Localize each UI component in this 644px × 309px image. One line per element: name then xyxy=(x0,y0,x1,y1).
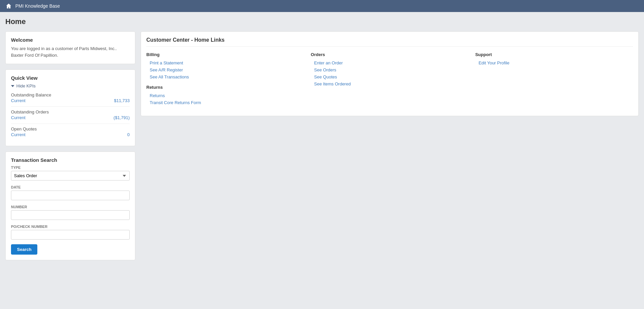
app-header: PMI Knowledge Base xyxy=(0,0,644,12)
quick-view-card: Quick View Hide KPIs Outstanding Balance… xyxy=(5,69,135,146)
number-input[interactable] xyxy=(11,210,130,220)
outstanding-orders-value: ($1,791) xyxy=(114,115,130,120)
kpi-outstanding-balance-label: Outstanding Balance xyxy=(11,92,130,97)
type-form-group: TYPE Sales Order Invoice Credit Memo Quo… xyxy=(11,166,130,181)
billing-link-2[interactable]: See All Transactions xyxy=(146,74,304,79)
orders-link-0[interactable]: Enter an Order xyxy=(311,60,468,65)
billing-link-0[interactable]: Print a Statement xyxy=(146,60,304,65)
kpi-open-quotes: Open Quotes Current 0 xyxy=(11,126,130,137)
arrow-down-icon xyxy=(11,85,14,87)
customer-center-grid: Billing Print a Statement See A/R Regist… xyxy=(146,52,633,110)
right-column: Customer Center - Home Links Billing Pri… xyxy=(141,31,639,116)
po-check-input[interactable] xyxy=(11,230,130,240)
kpi-outstanding-balance: Outstanding Balance Current $11,733 xyxy=(11,92,130,103)
support-title: Support xyxy=(475,52,633,57)
support-link-0[interactable]: Edit Your Profile xyxy=(475,60,633,65)
type-label: TYPE xyxy=(11,166,130,170)
billing-link-1[interactable]: See A/R Register xyxy=(146,67,304,72)
home-icon[interactable] xyxy=(5,3,12,9)
kpi-open-quotes-row: Current 0 xyxy=(11,132,130,137)
number-form-group: NUMBER xyxy=(11,205,130,220)
billing-section: Billing Print a Statement See A/R Regist… xyxy=(146,52,304,79)
open-quotes-link[interactable]: Current xyxy=(11,132,25,137)
returns-title: Returns xyxy=(146,85,304,90)
kpi-outstanding-orders: Outstanding Orders Current ($1,791) xyxy=(11,109,130,120)
kpi-open-quotes-label: Open Quotes xyxy=(11,126,130,131)
welcome-title: Welcome xyxy=(11,37,130,43)
cc-column-1: Billing Print a Statement See A/R Regist… xyxy=(146,52,304,110)
kpi-divider-2 xyxy=(11,123,130,124)
cc-column-2: Orders Enter an Order See Orders See Quo… xyxy=(311,52,468,110)
kpi-outstanding-orders-label: Outstanding Orders xyxy=(11,109,130,114)
date-label: DATE xyxy=(11,185,130,189)
customer-center-card: Customer Center - Home Links Billing Pri… xyxy=(141,31,639,116)
outstanding-balance-link[interactable]: Current xyxy=(11,98,25,103)
orders-link-2[interactable]: See Quotes xyxy=(311,74,468,79)
page-title: Home xyxy=(5,17,639,26)
date-form-group: DATE xyxy=(11,185,130,200)
type-select[interactable]: Sales Order Invoice Credit Memo Quote xyxy=(11,171,130,181)
kpi-divider-1 xyxy=(11,106,130,107)
returns-link-1[interactable]: Transit Core Returns Form xyxy=(146,100,304,105)
support-section: Support Edit Your Profile xyxy=(475,52,633,65)
search-button[interactable]: Search xyxy=(11,244,37,255)
returns-link-0[interactable]: Returns xyxy=(146,93,304,98)
hide-kpis-label: Hide KPIs xyxy=(16,83,36,88)
orders-link-3[interactable]: See Items Ordered xyxy=(311,81,468,86)
main-layout: Welcome You are logged in as a customer … xyxy=(5,31,639,260)
returns-section: Returns Returns Transit Core Returns For… xyxy=(146,85,304,105)
open-quotes-value: 0 xyxy=(127,132,130,137)
app-title: PMI Knowledge Base xyxy=(15,3,60,9)
po-check-label: PO/CHECK NUMBER xyxy=(11,225,130,229)
orders-link-1[interactable]: See Orders xyxy=(311,67,468,72)
transaction-search-card: Transaction Search TYPE Sales Order Invo… xyxy=(5,151,135,260)
page-content: Home Welcome You are logged in as a cust… xyxy=(0,12,644,266)
orders-title: Orders xyxy=(311,52,468,57)
outstanding-orders-link[interactable]: Current xyxy=(11,115,25,120)
hide-kpis-toggle[interactable]: Hide KPIs xyxy=(11,83,130,88)
orders-section: Orders Enter an Order See Orders See Quo… xyxy=(311,52,468,86)
welcome-text: You are logged in as a customer of Parts… xyxy=(11,45,130,58)
date-input[interactable] xyxy=(11,191,130,200)
kpi-outstanding-orders-row: Current ($1,791) xyxy=(11,115,130,120)
billing-title: Billing xyxy=(146,52,304,57)
quick-view-title: Quick View xyxy=(11,75,130,81)
outstanding-balance-value: $11,733 xyxy=(114,98,130,103)
welcome-card: Welcome You are logged in as a customer … xyxy=(5,31,135,64)
cc-column-3: Support Edit Your Profile xyxy=(475,52,633,110)
kpi-outstanding-balance-row: Current $11,733 xyxy=(11,98,130,103)
customer-center-title: Customer Center - Home Links xyxy=(146,37,633,47)
left-column: Welcome You are logged in as a customer … xyxy=(5,31,135,260)
number-label: NUMBER xyxy=(11,205,130,209)
transaction-search-title: Transaction Search xyxy=(11,157,130,163)
po-check-form-group: PO/CHECK NUMBER xyxy=(11,225,130,240)
